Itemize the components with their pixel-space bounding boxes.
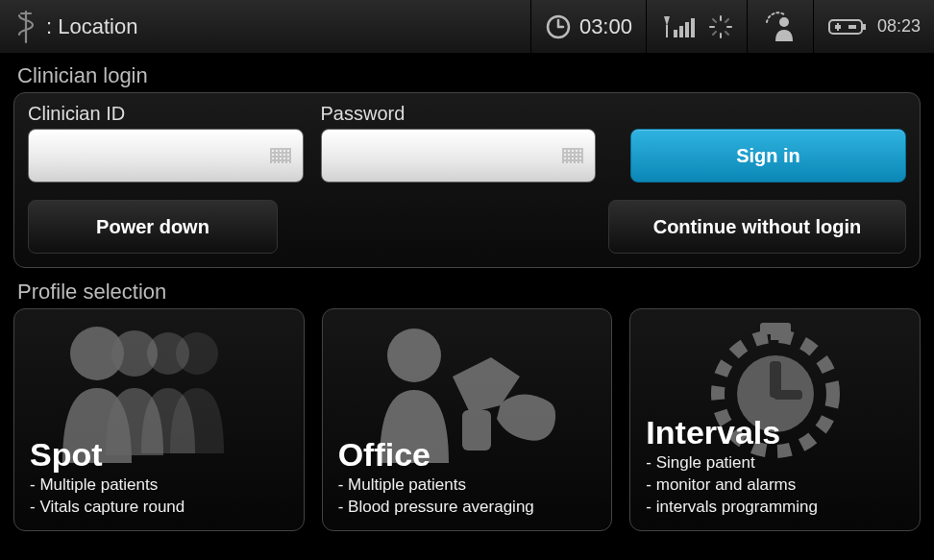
svg-line-15	[725, 32, 728, 35]
password-input[interactable]	[321, 129, 597, 183]
signin-button-label: Sign in	[736, 145, 800, 167]
profile-bullets: Single patient monitor and alarms interv…	[646, 452, 904, 519]
timer-segment[interactable]: 03:00	[530, 0, 646, 53]
login-section-label: Clinician login	[17, 63, 921, 88]
profile-section-label: Profile selection	[17, 280, 921, 304]
antenna-signal-icon	[660, 12, 700, 41]
spinner-icon	[708, 14, 733, 39]
power-down-button[interactable]: Power down	[28, 200, 278, 254]
profile-row: Spot Multiple patients Vitals capture ro…	[13, 308, 921, 531]
keyboard-icon	[270, 148, 291, 163]
signin-button[interactable]: Sign in	[630, 129, 906, 183]
svg-rect-20	[862, 24, 866, 30]
svg-rect-5	[666, 25, 668, 37]
profile-card-intervals[interactable]: Intervals Single patient monitor and ala…	[629, 308, 921, 531]
clock-icon	[545, 13, 572, 40]
password-label: Password	[321, 103, 597, 125]
profile-bullets: Multiple patients Blood pressure averagi…	[338, 475, 597, 519]
clock-value: 08:23	[877, 16, 921, 37]
clinician-id-label: Clinician ID	[28, 103, 304, 125]
svg-rect-9	[691, 18, 695, 37]
svg-rect-35	[771, 330, 780, 340]
svg-rect-6	[674, 30, 677, 37]
keyboard-icon	[562, 148, 583, 163]
location-text: : Location	[46, 14, 137, 39]
svg-point-28	[387, 329, 441, 382]
profile-card-spot[interactable]: Spot Multiple patients Vitals capture ro…	[13, 308, 305, 531]
patient-cycle-icon	[761, 11, 799, 43]
svg-rect-19	[829, 20, 862, 34]
svg-line-14	[713, 19, 716, 22]
medical-staff-icon	[13, 10, 38, 44]
svg-rect-33	[774, 390, 802, 400]
statusbar: : Location 03:00	[0, 0, 934, 54]
profile-card-office[interactable]: Office Multiple patients Blood pressure …	[322, 308, 613, 531]
profile-title: Intervals	[646, 416, 904, 449]
clinician-id-group: Clinician ID	[28, 103, 304, 183]
continue-without-login-button[interactable]: Continue without login	[608, 200, 906, 254]
profile-bullets: Multiple patients Vitals capture round	[30, 475, 288, 519]
svg-point-18	[779, 17, 789, 27]
login-panel: Clinician ID Password Sign in Power down	[13, 92, 921, 268]
power-down-label: Power down	[96, 216, 209, 238]
svg-rect-7	[679, 26, 683, 37]
battery-segment[interactable]: 08:23	[813, 0, 934, 53]
timer-value: 03:00	[579, 14, 632, 39]
battery-charging-icon	[827, 16, 870, 37]
svg-rect-8	[685, 22, 689, 37]
profile-title: Spot	[30, 438, 288, 471]
network-segment[interactable]	[646, 0, 747, 53]
svg-rect-23	[848, 25, 856, 29]
svg-point-27	[70, 327, 124, 380]
patient-segment[interactable]	[747, 0, 813, 53]
profile-title: Office	[338, 438, 597, 471]
svg-line-16	[713, 32, 716, 35]
location-segment[interactable]: : Location	[0, 0, 530, 53]
continue-label: Continue without login	[653, 216, 862, 238]
svg-rect-22	[837, 23, 839, 31]
clinician-id-input[interactable]	[28, 129, 304, 183]
password-group: Password	[321, 103, 597, 183]
svg-line-17	[725, 19, 728, 22]
